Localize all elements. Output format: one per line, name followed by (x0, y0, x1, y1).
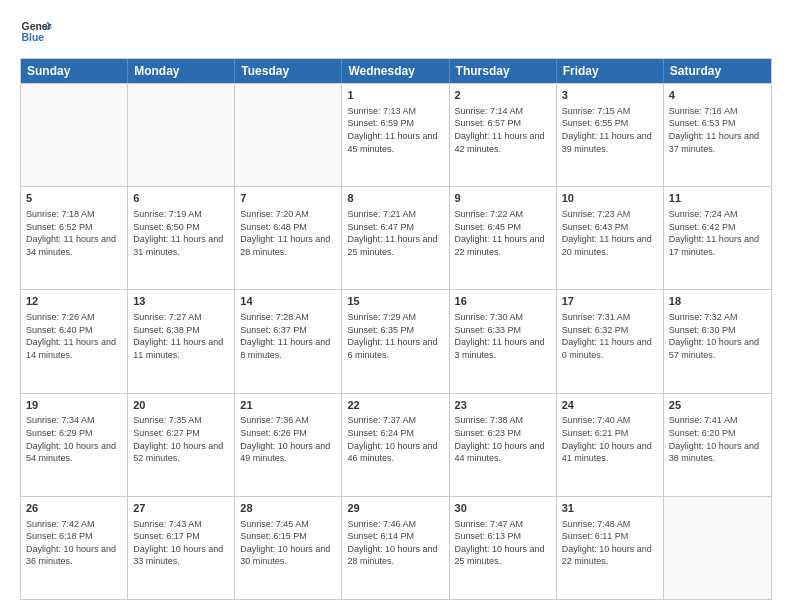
day-info: Sunrise: 7:18 AM Sunset: 6:52 PM Dayligh… (26, 208, 122, 258)
cal-cell-2: 2Sunrise: 7:14 AM Sunset: 6:57 PM Daylig… (450, 84, 557, 186)
day-header-wednesday: Wednesday (342, 59, 449, 83)
day-number: 11 (669, 191, 766, 206)
day-info: Sunrise: 7:20 AM Sunset: 6:48 PM Dayligh… (240, 208, 336, 258)
cal-cell-21: 21Sunrise: 7:36 AM Sunset: 6:26 PM Dayli… (235, 394, 342, 496)
day-header-friday: Friday (557, 59, 664, 83)
day-number: 27 (133, 501, 229, 516)
day-number: 15 (347, 294, 443, 309)
header: General Blue (20, 16, 772, 48)
day-info: Sunrise: 7:19 AM Sunset: 6:50 PM Dayligh… (133, 208, 229, 258)
day-info: Sunrise: 7:26 AM Sunset: 6:40 PM Dayligh… (26, 311, 122, 361)
day-number: 4 (669, 88, 766, 103)
day-number: 9 (455, 191, 551, 206)
cal-cell-15: 15Sunrise: 7:29 AM Sunset: 6:35 PM Dayli… (342, 290, 449, 392)
day-info: Sunrise: 7:46 AM Sunset: 6:14 PM Dayligh… (347, 518, 443, 568)
cal-cell-empty (21, 84, 128, 186)
cal-cell-6: 6Sunrise: 7:19 AM Sunset: 6:50 PM Daylig… (128, 187, 235, 289)
day-info: Sunrise: 7:40 AM Sunset: 6:21 PM Dayligh… (562, 414, 658, 464)
day-info: Sunrise: 7:29 AM Sunset: 6:35 PM Dayligh… (347, 311, 443, 361)
day-number: 20 (133, 398, 229, 413)
day-info: Sunrise: 7:13 AM Sunset: 6:59 PM Dayligh… (347, 105, 443, 155)
day-number: 28 (240, 501, 336, 516)
day-info: Sunrise: 7:42 AM Sunset: 6:18 PM Dayligh… (26, 518, 122, 568)
cal-cell-3: 3Sunrise: 7:15 AM Sunset: 6:55 PM Daylig… (557, 84, 664, 186)
day-header-monday: Monday (128, 59, 235, 83)
day-number: 14 (240, 294, 336, 309)
svg-text:Blue: Blue (22, 32, 45, 43)
cal-row-1: 5Sunrise: 7:18 AM Sunset: 6:52 PM Daylig… (21, 186, 771, 289)
cal-cell-13: 13Sunrise: 7:27 AM Sunset: 6:38 PM Dayli… (128, 290, 235, 392)
cal-cell-31: 31Sunrise: 7:48 AM Sunset: 6:11 PM Dayli… (557, 497, 664, 599)
cal-cell-27: 27Sunrise: 7:43 AM Sunset: 6:17 PM Dayli… (128, 497, 235, 599)
day-number: 5 (26, 191, 122, 206)
day-number: 30 (455, 501, 551, 516)
calendar-page: General Blue SundayMondayTuesdayWednesda… (0, 0, 792, 612)
day-number: 23 (455, 398, 551, 413)
cal-row-0: 1Sunrise: 7:13 AM Sunset: 6:59 PM Daylig… (21, 83, 771, 186)
logo: General Blue (20, 16, 52, 48)
day-info: Sunrise: 7:31 AM Sunset: 6:32 PM Dayligh… (562, 311, 658, 361)
cal-cell-8: 8Sunrise: 7:21 AM Sunset: 6:47 PM Daylig… (342, 187, 449, 289)
day-number: 2 (455, 88, 551, 103)
day-number: 26 (26, 501, 122, 516)
day-info: Sunrise: 7:43 AM Sunset: 6:17 PM Dayligh… (133, 518, 229, 568)
day-number: 25 (669, 398, 766, 413)
day-info: Sunrise: 7:28 AM Sunset: 6:37 PM Dayligh… (240, 311, 336, 361)
day-header-thursday: Thursday (450, 59, 557, 83)
cal-cell-empty (128, 84, 235, 186)
calendar-header: SundayMondayTuesdayWednesdayThursdayFrid… (21, 59, 771, 83)
cal-cell-empty (664, 497, 771, 599)
cal-cell-1: 1Sunrise: 7:13 AM Sunset: 6:59 PM Daylig… (342, 84, 449, 186)
day-info: Sunrise: 7:47 AM Sunset: 6:13 PM Dayligh… (455, 518, 551, 568)
day-info: Sunrise: 7:30 AM Sunset: 6:33 PM Dayligh… (455, 311, 551, 361)
day-info: Sunrise: 7:21 AM Sunset: 6:47 PM Dayligh… (347, 208, 443, 258)
day-number: 13 (133, 294, 229, 309)
cal-cell-26: 26Sunrise: 7:42 AM Sunset: 6:18 PM Dayli… (21, 497, 128, 599)
day-info: Sunrise: 7:22 AM Sunset: 6:45 PM Dayligh… (455, 208, 551, 258)
day-number: 21 (240, 398, 336, 413)
cal-cell-30: 30Sunrise: 7:47 AM Sunset: 6:13 PM Dayli… (450, 497, 557, 599)
day-info: Sunrise: 7:35 AM Sunset: 6:27 PM Dayligh… (133, 414, 229, 464)
cal-cell-10: 10Sunrise: 7:23 AM Sunset: 6:43 PM Dayli… (557, 187, 664, 289)
day-info: Sunrise: 7:23 AM Sunset: 6:43 PM Dayligh… (562, 208, 658, 258)
cal-cell-20: 20Sunrise: 7:35 AM Sunset: 6:27 PM Dayli… (128, 394, 235, 496)
cal-cell-25: 25Sunrise: 7:41 AM Sunset: 6:20 PM Dayli… (664, 394, 771, 496)
cal-cell-14: 14Sunrise: 7:28 AM Sunset: 6:37 PM Dayli… (235, 290, 342, 392)
cal-cell-19: 19Sunrise: 7:34 AM Sunset: 6:29 PM Dayli… (21, 394, 128, 496)
cal-row-2: 12Sunrise: 7:26 AM Sunset: 6:40 PM Dayli… (21, 289, 771, 392)
day-number: 7 (240, 191, 336, 206)
day-number: 22 (347, 398, 443, 413)
day-info: Sunrise: 7:41 AM Sunset: 6:20 PM Dayligh… (669, 414, 766, 464)
day-number: 18 (669, 294, 766, 309)
day-number: 12 (26, 294, 122, 309)
day-info: Sunrise: 7:32 AM Sunset: 6:30 PM Dayligh… (669, 311, 766, 361)
cal-row-4: 26Sunrise: 7:42 AM Sunset: 6:18 PM Dayli… (21, 496, 771, 599)
day-info: Sunrise: 7:16 AM Sunset: 6:53 PM Dayligh… (669, 105, 766, 155)
day-header-saturday: Saturday (664, 59, 771, 83)
day-number: 17 (562, 294, 658, 309)
day-info: Sunrise: 7:14 AM Sunset: 6:57 PM Dayligh… (455, 105, 551, 155)
day-info: Sunrise: 7:45 AM Sunset: 6:15 PM Dayligh… (240, 518, 336, 568)
cal-cell-23: 23Sunrise: 7:38 AM Sunset: 6:23 PM Dayli… (450, 394, 557, 496)
day-info: Sunrise: 7:34 AM Sunset: 6:29 PM Dayligh… (26, 414, 122, 464)
cal-cell-18: 18Sunrise: 7:32 AM Sunset: 6:30 PM Dayli… (664, 290, 771, 392)
day-info: Sunrise: 7:48 AM Sunset: 6:11 PM Dayligh… (562, 518, 658, 568)
day-info: Sunrise: 7:36 AM Sunset: 6:26 PM Dayligh… (240, 414, 336, 464)
day-number: 31 (562, 501, 658, 516)
day-info: Sunrise: 7:24 AM Sunset: 6:42 PM Dayligh… (669, 208, 766, 258)
day-number: 29 (347, 501, 443, 516)
day-number: 16 (455, 294, 551, 309)
cal-cell-24: 24Sunrise: 7:40 AM Sunset: 6:21 PM Dayli… (557, 394, 664, 496)
cal-cell-28: 28Sunrise: 7:45 AM Sunset: 6:15 PM Dayli… (235, 497, 342, 599)
day-header-sunday: Sunday (21, 59, 128, 83)
cal-cell-17: 17Sunrise: 7:31 AM Sunset: 6:32 PM Dayli… (557, 290, 664, 392)
day-number: 3 (562, 88, 658, 103)
day-number: 1 (347, 88, 443, 103)
cal-cell-29: 29Sunrise: 7:46 AM Sunset: 6:14 PM Dayli… (342, 497, 449, 599)
day-number: 10 (562, 191, 658, 206)
day-info: Sunrise: 7:37 AM Sunset: 6:24 PM Dayligh… (347, 414, 443, 464)
cal-cell-12: 12Sunrise: 7:26 AM Sunset: 6:40 PM Dayli… (21, 290, 128, 392)
cal-cell-7: 7Sunrise: 7:20 AM Sunset: 6:48 PM Daylig… (235, 187, 342, 289)
day-number: 6 (133, 191, 229, 206)
cal-cell-16: 16Sunrise: 7:30 AM Sunset: 6:33 PM Dayli… (450, 290, 557, 392)
